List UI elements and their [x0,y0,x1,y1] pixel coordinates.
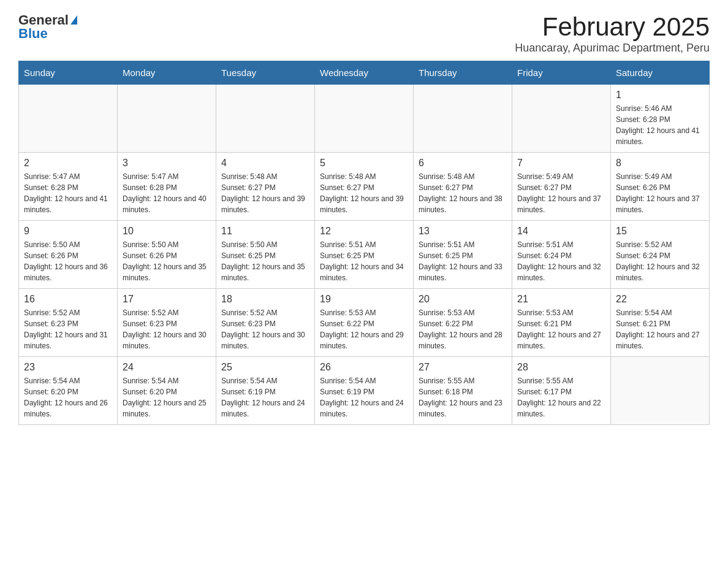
week-row-1: 2Sunrise: 5:47 AM Sunset: 6:28 PM Daylig… [19,153,710,221]
day-info: Sunrise: 5:55 AM Sunset: 6:18 PM Dayligh… [419,375,507,419]
calendar-cell: 5Sunrise: 5:48 AM Sunset: 6:27 PM Daylig… [315,153,414,221]
day-number: 4 [221,158,309,169]
day-number: 14 [517,226,605,237]
week-row-4: 23Sunrise: 5:54 AM Sunset: 6:20 PM Dayli… [19,357,710,425]
day-number: 23 [24,362,112,373]
day-info: Sunrise: 5:49 AM Sunset: 6:27 PM Dayligh… [517,171,605,215]
calendar-cell [118,85,216,153]
calendar-table: SundayMondayTuesdayWednesdayThursdayFrid… [18,61,710,425]
day-info: Sunrise: 5:51 AM Sunset: 6:25 PM Dayligh… [320,239,408,283]
day-number: 12 [320,226,408,237]
col-header-sunday: Sunday [19,61,118,85]
day-number: 3 [123,158,211,169]
day-number: 1 [616,90,704,101]
day-info: Sunrise: 5:54 AM Sunset: 6:20 PM Dayligh… [123,375,211,419]
day-number: 5 [320,158,408,169]
col-header-friday: Friday [512,61,611,85]
day-number: 18 [221,294,309,305]
day-info: Sunrise: 5:54 AM Sunset: 6:19 PM Dayligh… [221,375,309,419]
calendar-cell: 24Sunrise: 5:54 AM Sunset: 6:20 PM Dayli… [118,357,216,425]
day-info: Sunrise: 5:52 AM Sunset: 6:23 PM Dayligh… [123,307,211,351]
day-number: 24 [123,362,211,373]
calendar-cell: 14Sunrise: 5:51 AM Sunset: 6:24 PM Dayli… [512,221,611,289]
day-info: Sunrise: 5:50 AM Sunset: 6:26 PM Dayligh… [123,239,211,283]
day-number: 15 [616,226,704,237]
day-info: Sunrise: 5:50 AM Sunset: 6:26 PM Dayligh… [24,239,112,283]
day-info: Sunrise: 5:53 AM Sunset: 6:22 PM Dayligh… [320,307,408,351]
day-number: 21 [517,294,605,305]
logo-triangle-icon [70,15,77,25]
day-info: Sunrise: 5:53 AM Sunset: 6:22 PM Dayligh… [419,307,507,351]
calendar-cell: 21Sunrise: 5:53 AM Sunset: 6:21 PM Dayli… [512,289,611,357]
calendar-cell: 20Sunrise: 5:53 AM Sunset: 6:22 PM Dayli… [414,289,512,357]
day-number: 26 [320,362,408,373]
calendar-cell: 12Sunrise: 5:51 AM Sunset: 6:25 PM Dayli… [315,221,414,289]
day-number: 7 [517,158,605,169]
col-header-monday: Monday [118,61,216,85]
day-number: 10 [123,226,211,237]
calendar-cell: 15Sunrise: 5:52 AM Sunset: 6:24 PM Dayli… [611,221,710,289]
page-subtitle: Huancaray, Apurimac Department, Peru [515,42,710,55]
calendar-cell: 4Sunrise: 5:48 AM Sunset: 6:27 PM Daylig… [216,153,315,221]
calendar-cell: 19Sunrise: 5:53 AM Sunset: 6:22 PM Dayli… [315,289,414,357]
calendar-cell: 28Sunrise: 5:55 AM Sunset: 6:17 PM Dayli… [512,357,611,425]
logo-blue: Blue [18,26,48,42]
calendar-cell [216,85,315,153]
calendar-cell [512,85,611,153]
col-header-saturday: Saturday [611,61,710,85]
col-header-tuesday: Tuesday [216,61,315,85]
calendar-cell: 3Sunrise: 5:47 AM Sunset: 6:28 PM Daylig… [118,153,216,221]
day-number: 27 [419,362,507,373]
calendar-cell: 10Sunrise: 5:50 AM Sunset: 6:26 PM Dayli… [118,221,216,289]
day-info: Sunrise: 5:54 AM Sunset: 6:21 PM Dayligh… [616,307,704,351]
day-number: 6 [419,158,507,169]
day-number: 16 [24,294,112,305]
day-number: 2 [24,158,112,169]
title-block: February 2025 Huancaray, Apurimac Depart… [515,12,710,55]
calendar-cell: 11Sunrise: 5:50 AM Sunset: 6:25 PM Dayli… [216,221,315,289]
calendar-cell: 17Sunrise: 5:52 AM Sunset: 6:23 PM Dayli… [118,289,216,357]
calendar-cell: 2Sunrise: 5:47 AM Sunset: 6:28 PM Daylig… [19,153,118,221]
calendar-cell: 27Sunrise: 5:55 AM Sunset: 6:18 PM Dayli… [414,357,512,425]
day-number: 9 [24,226,112,237]
day-info: Sunrise: 5:53 AM Sunset: 6:21 PM Dayligh… [517,307,605,351]
day-info: Sunrise: 5:55 AM Sunset: 6:17 PM Dayligh… [517,375,605,419]
day-number: 13 [419,226,507,237]
day-info: Sunrise: 5:51 AM Sunset: 6:25 PM Dayligh… [419,239,507,283]
calendar-cell [611,357,710,425]
day-number: 25 [221,362,309,373]
calendar-cell: 25Sunrise: 5:54 AM Sunset: 6:19 PM Dayli… [216,357,315,425]
calendar-cell: 16Sunrise: 5:52 AM Sunset: 6:23 PM Dayli… [19,289,118,357]
day-number: 8 [616,158,704,169]
logo: General Blue [18,12,77,42]
day-info: Sunrise: 5:49 AM Sunset: 6:26 PM Dayligh… [616,171,704,215]
calendar-cell: 7Sunrise: 5:49 AM Sunset: 6:27 PM Daylig… [512,153,611,221]
day-info: Sunrise: 5:52 AM Sunset: 6:24 PM Dayligh… [616,239,704,283]
day-info: Sunrise: 5:52 AM Sunset: 6:23 PM Dayligh… [24,307,112,351]
calendar-cell: 18Sunrise: 5:52 AM Sunset: 6:23 PM Dayli… [216,289,315,357]
day-info: Sunrise: 5:54 AM Sunset: 6:19 PM Dayligh… [320,375,408,419]
day-number: 22 [616,294,704,305]
week-row-2: 9Sunrise: 5:50 AM Sunset: 6:26 PM Daylig… [19,221,710,289]
day-info: Sunrise: 5:47 AM Sunset: 6:28 PM Dayligh… [123,171,211,215]
calendar-cell: 9Sunrise: 5:50 AM Sunset: 6:26 PM Daylig… [19,221,118,289]
day-info: Sunrise: 5:46 AM Sunset: 6:28 PM Dayligh… [616,103,704,147]
calendar-cell: 23Sunrise: 5:54 AM Sunset: 6:20 PM Dayli… [19,357,118,425]
page-header: General Blue February 2025 Huancaray, Ap… [18,12,710,55]
page-title: February 2025 [515,12,710,42]
day-number: 19 [320,294,408,305]
day-info: Sunrise: 5:48 AM Sunset: 6:27 PM Dayligh… [320,171,408,215]
day-info: Sunrise: 5:54 AM Sunset: 6:20 PM Dayligh… [24,375,112,419]
week-row-3: 16Sunrise: 5:52 AM Sunset: 6:23 PM Dayli… [19,289,710,357]
day-info: Sunrise: 5:51 AM Sunset: 6:24 PM Dayligh… [517,239,605,283]
day-info: Sunrise: 5:52 AM Sunset: 6:23 PM Dayligh… [221,307,309,351]
calendar-cell [19,85,118,153]
col-header-thursday: Thursday [414,61,512,85]
calendar-header-row: SundayMondayTuesdayWednesdayThursdayFrid… [19,61,710,85]
col-header-wednesday: Wednesday [315,61,414,85]
calendar-cell: 22Sunrise: 5:54 AM Sunset: 6:21 PM Dayli… [611,289,710,357]
day-number: 11 [221,226,309,237]
day-info: Sunrise: 5:47 AM Sunset: 6:28 PM Dayligh… [24,171,112,215]
week-row-0: 1Sunrise: 5:46 AM Sunset: 6:28 PM Daylig… [19,85,710,153]
day-number: 28 [517,362,605,373]
